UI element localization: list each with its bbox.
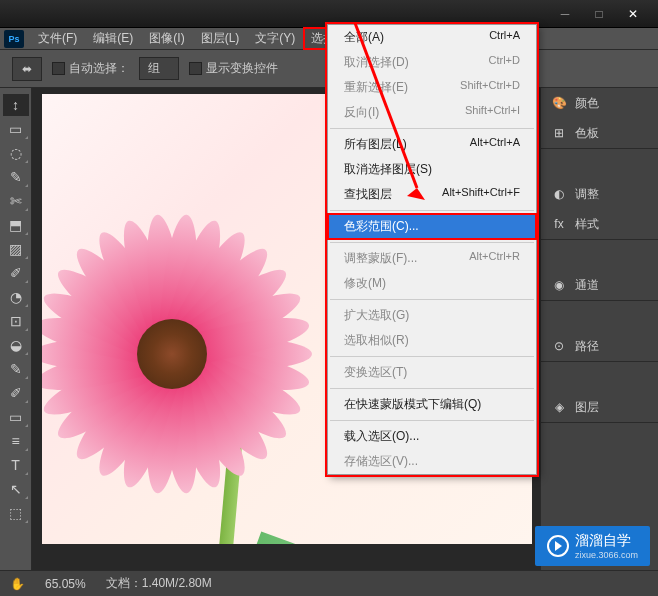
close-button[interactable]: ✕ — [616, 3, 650, 25]
panel-paths[interactable]: ⊙路径 — [541, 331, 658, 361]
fx-icon: fx — [551, 216, 567, 232]
panel-styles[interactable]: fx样式 — [541, 209, 658, 239]
shape-tool[interactable]: ⬚ — [3, 502, 29, 524]
doc-size: 文档：1.40M/2.80M — [106, 575, 212, 592]
window-controls: ─ □ ✕ — [548, 3, 650, 25]
watermark: 溜溜自学 zixue.3066.com — [535, 526, 650, 566]
menu-modify[interactable]: 修改(M) — [328, 271, 536, 296]
menu-image[interactable]: 图像(I) — [141, 27, 192, 50]
tool-preset-button[interactable]: ⬌ — [12, 57, 42, 81]
crop-tool[interactable]: ✄ — [3, 190, 29, 212]
svg-marker-1 — [407, 188, 425, 200]
app-logo: Ps — [4, 30, 24, 48]
path-select-tool[interactable]: ↖ — [3, 478, 29, 500]
panel-layers[interactable]: ◈图层 — [541, 392, 658, 422]
auto-select-checkbox[interactable]: 自动选择： — [52, 60, 129, 77]
panel-color[interactable]: 🎨颜色 — [541, 88, 658, 118]
blur-tool[interactable]: ✐ — [3, 382, 29, 404]
menu-quick-mask[interactable]: 在快速蒙版模式下编辑(Q) — [328, 392, 536, 417]
panel-label: 路径 — [575, 338, 599, 355]
healing-tool[interactable]: ▨ — [3, 238, 29, 260]
pen-tool[interactable]: ≡ — [3, 430, 29, 452]
layers-icon: ◈ — [551, 399, 567, 415]
dodge-tool[interactable]: ▭ — [3, 406, 29, 428]
watermark-sub: zixue.3066.com — [575, 550, 638, 560]
hand-icon: ✋ — [10, 577, 25, 591]
adjust-icon: ◐ — [551, 186, 567, 202]
stamp-tool[interactable]: ◔ — [3, 286, 29, 308]
show-transform-checkbox[interactable]: 显示变换控件 — [189, 60, 278, 77]
panel-label: 调整 — [575, 186, 599, 203]
minimize-button[interactable]: ─ — [548, 3, 582, 25]
panel-swatches[interactable]: ⊞色板 — [541, 118, 658, 148]
menu-type[interactable]: 文字(Y) — [247, 27, 303, 50]
magic-wand-tool[interactable]: ✎ — [3, 166, 29, 188]
maximize-button[interactable]: □ — [582, 3, 616, 25]
brush-tool[interactable]: ✐ — [3, 262, 29, 284]
history-brush-tool[interactable]: ⊡ — [3, 310, 29, 332]
play-icon — [547, 535, 569, 557]
status-bar: ✋ 65.05% 文档：1.40M/2.80M — [0, 570, 658, 596]
panel-label: 颜色 — [575, 95, 599, 112]
menu-refine-mask[interactable]: 调整蒙版(F)...Alt+Ctrl+R — [328, 246, 536, 271]
panel-channels[interactable]: ◉通道 — [541, 270, 658, 300]
menu-layer[interactable]: 图层(L) — [193, 27, 248, 50]
panel-label: 样式 — [575, 216, 599, 233]
panel-label: 图层 — [575, 399, 599, 416]
show-transform-label: 显示变换控件 — [206, 61, 278, 75]
menu-similar[interactable]: 选取相似(R) — [328, 328, 536, 353]
menu-save-selection[interactable]: 存储选区(V)... — [328, 449, 536, 474]
menu-transform-selection[interactable]: 变换选区(T) — [328, 360, 536, 385]
eyedropper-tool[interactable]: ⬒ — [3, 214, 29, 236]
panel-adjustments[interactable]: ◐调整 — [541, 179, 658, 209]
watermark-main: 溜溜自学 — [575, 532, 631, 548]
lasso-tool[interactable]: ◌ — [3, 142, 29, 164]
auto-select-label: 自动选择： — [69, 61, 129, 75]
gradient-tool[interactable]: ✎ — [3, 358, 29, 380]
type-tool[interactable]: T — [3, 454, 29, 476]
panel-label: 通道 — [575, 277, 599, 294]
move-tool[interactable]: ↕ — [3, 94, 29, 116]
menu-load-selection[interactable]: 载入选区(O)... — [328, 424, 536, 449]
svg-line-0 — [355, 23, 417, 188]
auto-select-dropdown[interactable]: 组 — [139, 57, 179, 80]
channels-icon: ◉ — [551, 277, 567, 293]
menu-grow[interactable]: 扩大选取(G) — [328, 303, 536, 328]
grid-icon: ⊞ — [551, 125, 567, 141]
palette-icon: 🎨 — [551, 95, 567, 111]
eraser-tool[interactable]: ◒ — [3, 334, 29, 356]
menu-file[interactable]: 文件(F) — [30, 27, 85, 50]
marquee-tool[interactable]: ▭ — [3, 118, 29, 140]
panel-label: 色板 — [575, 125, 599, 142]
paths-icon: ⊙ — [551, 338, 567, 354]
menu-edit[interactable]: 编辑(E) — [85, 27, 141, 50]
zoom-value[interactable]: 65.05% — [45, 577, 86, 591]
toolbox: ↕ ▭ ◌ ✎ ✄ ⬒ ▨ ✐ ◔ ⊡ ◒ ✎ ✐ ▭ ≡ T ↖ ⬚ — [0, 88, 32, 570]
annotation-arrow — [345, 18, 445, 218]
right-panels: 🎨颜色 ⊞色板 ◐调整 fx样式 ◉通道 ⊙路径 ◈图层 — [540, 88, 658, 570]
